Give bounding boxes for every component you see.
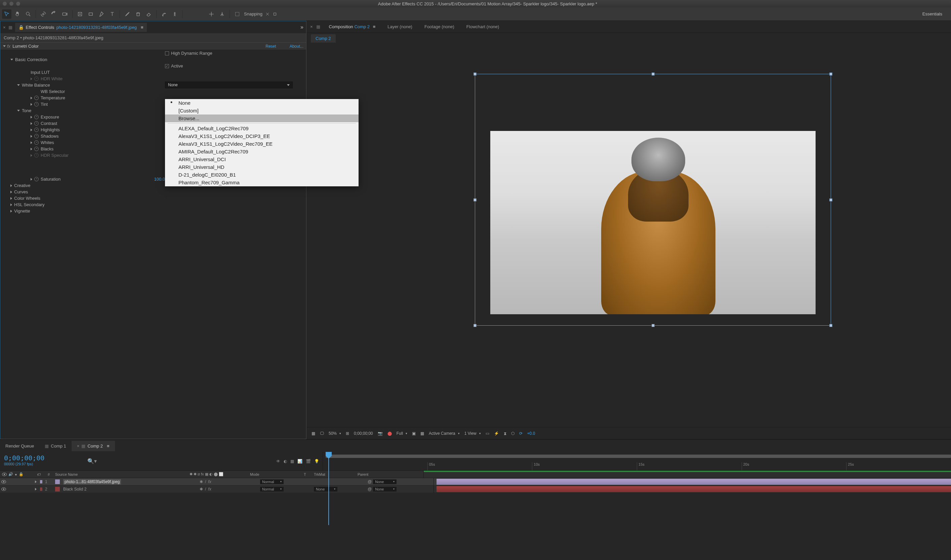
layer-tab[interactable]: Layer (none) — [381, 22, 418, 32]
world-axis-icon[interactable] — [218, 9, 227, 19]
curves-section[interactable]: Curves — [0, 189, 306, 195]
exposure-value[interactable]: +0.0 — [527, 431, 535, 436]
rotate-tool[interactable] — [49, 9, 59, 19]
view-layout-dropdown[interactable]: 1 View — [465, 431, 481, 436]
solo-column-icon[interactable]: ● — [15, 472, 17, 476]
resolution-icon[interactable]: ⊞ — [346, 431, 349, 436]
lock-icon[interactable]: 🔒 — [19, 25, 24, 30]
effect-about-link[interactable]: About... — [290, 44, 303, 49]
roto-brush-tool[interactable] — [159, 9, 169, 19]
layer-duration-bar[interactable] — [437, 479, 951, 485]
orbit-tool[interactable] — [39, 9, 48, 19]
roi-icon[interactable]: ▣ — [412, 431, 416, 436]
layer-row[interactable]: 1 photo-1...81-48f03fa45e9f.jpeg ✱/fx No… — [0, 478, 951, 485]
snapshot-icon[interactable]: 📷 — [378, 431, 383, 436]
parent-dropdown[interactable]: None — [373, 487, 397, 492]
parent-dropdown[interactable]: None — [373, 479, 397, 484]
rectangle-tool[interactable] — [86, 9, 96, 19]
layer-duration-bar[interactable] — [437, 486, 951, 492]
visibility-toggle[interactable] — [2, 480, 6, 483]
selection-tool[interactable] — [2, 9, 11, 19]
grid-icon[interactable]: ▦ — [312, 431, 315, 436]
comp2-tab[interactable]: ×▦Comp 2≡ — [72, 441, 115, 451]
time-ruler[interactable]: 05s 10s 15s 20s 25s — [323, 452, 951, 470]
puppet-pin-tool[interactable] — [170, 9, 179, 19]
flowchart-icon[interactable]: ⬡ — [511, 431, 514, 436]
eraser-tool[interactable] — [144, 9, 154, 19]
flowchart-tab[interactable]: Flowchart (none) — [460, 22, 505, 32]
panel-grip-icon[interactable]: ▦ — [8, 25, 12, 30]
trkmat-dropdown[interactable]: None — [314, 487, 337, 492]
comp-breadcrumb[interactable]: Comp 2 — [311, 34, 336, 43]
basic-correction-section[interactable]: Basic Correction — [0, 56, 306, 63]
clone-stamp-tool[interactable] — [133, 9, 143, 19]
lock-column-icon[interactable]: 🔒 — [19, 472, 23, 476]
camera-dropdown[interactable]: Active Camera — [429, 431, 460, 436]
color-wheels-section[interactable]: Color Wheels — [0, 195, 306, 202]
lut-preset-item[interactable]: AlexaV3_K1S1_LogC2Video_DCIP3_EE — [165, 132, 358, 140]
render-queue-tab[interactable]: Render Queue — [0, 441, 39, 451]
vignette-section[interactable]: Vignette — [0, 208, 306, 214]
wb-selector-row[interactable]: WB Selector — [0, 88, 306, 95]
close-panel-icon[interactable]: × — [307, 24, 316, 29]
pen-tool[interactable] — [97, 9, 106, 19]
local-axis-icon[interactable] — [207, 9, 216, 19]
lut-option-none[interactable]: None — [165, 99, 358, 107]
lut-preset-item[interactable]: AMIRA_Default_LogC2Rec709 — [165, 148, 358, 155]
input-lut-dropdown[interactable]: None — [165, 82, 293, 88]
motion-blur-icon[interactable]: ◐ — [284, 459, 287, 464]
blend-mode-dropdown[interactable]: Normal — [260, 487, 284, 492]
lut-preset-item[interactable]: ARRI_Universal_HD — [165, 163, 358, 171]
zoom-tool[interactable] — [23, 9, 33, 19]
trkmat-column[interactable]: TrkMat — [312, 472, 356, 476]
fast-previews-icon[interactable]: ⚡ — [494, 431, 499, 436]
channel-icon[interactable]: ⬤ — [388, 431, 392, 436]
lut-option-browse[interactable]: Browse... — [165, 114, 358, 122]
panel-grip-icon[interactable]: ▦ — [316, 24, 323, 29]
shy-icon[interactable]: 👁 — [276, 459, 280, 464]
timecode-display[interactable]: 0;00;00;00 — [354, 431, 373, 436]
lumetri-color-header[interactable]: fx Lumetri Color Reset About... — [0, 42, 306, 50]
lut-preset-item[interactable]: AlexaV3_K1S1_LogC2Video_Rec709_EE — [165, 140, 358, 148]
source-name-column[interactable]: Source Name — [54, 472, 188, 476]
hsl-secondary-section[interactable]: HSL Secondary — [0, 202, 306, 208]
active-checkbox[interactable]: ✓ — [165, 64, 169, 68]
workspace-selector[interactable]: Essentials — [922, 11, 949, 17]
pan-behind-tool[interactable] — [75, 9, 85, 19]
pixel-aspect-icon[interactable]: ▭ — [486, 431, 489, 436]
effect-controls-tab[interactable]: 🔒 Effect Controls photo-1421809313281-48… — [15, 23, 147, 32]
lut-preset-item[interactable]: ARRI_Universal_DCI — [165, 155, 358, 163]
pickwhip-icon[interactable]: @ — [367, 479, 372, 484]
reset-exposure-icon[interactable]: ⟳ — [519, 431, 523, 436]
comp1-tab[interactable]: ▦Comp 1 — [39, 441, 72, 451]
footage-tab[interactable]: Footage (none) — [418, 22, 460, 32]
transparency-grid-icon[interactable]: ▦ — [420, 431, 424, 436]
audio-column-icon[interactable]: 🔊 — [8, 472, 13, 476]
graph-editor-icon[interactable]: 📊 — [297, 459, 303, 464]
hand-tool[interactable] — [13, 9, 22, 19]
camera-tool[interactable] — [60, 9, 69, 19]
composition-tab[interactable]: Composition Comp 2 ≡ — [323, 22, 382, 32]
close-panel-icon[interactable]: × — [3, 25, 6, 30]
visibility-toggle[interactable] — [2, 488, 6, 491]
current-time[interactable]: 0;00;00;00 00000 (29.97 fps) — [0, 452, 87, 470]
brush-tool[interactable] — [123, 9, 132, 19]
traffic-lights[interactable] — [3, 2, 20, 6]
timeline-icon[interactable]: ⧗ — [504, 431, 506, 436]
frame-blend-icon[interactable]: ▦ — [290, 459, 294, 464]
layer-row[interactable]: 2 Black Solid 2 ✱/fx Normal None @None — [0, 485, 951, 493]
lut-preset-item[interactable]: Phantom_Rec709_Gamma — [165, 178, 358, 186]
composition-viewer[interactable] — [307, 44, 951, 427]
parent-column[interactable]: Parent — [356, 472, 423, 476]
zoom-dropdown[interactable]: 50% — [329, 431, 341, 436]
lut-preset-item[interactable]: D-21_delogC_EI0200_B1 — [165, 171, 358, 178]
panel-overflow-icon[interactable]: » — [300, 24, 303, 30]
pickwhip-icon[interactable]: @ — [367, 487, 372, 492]
brainstorm-icon[interactable]: 💡 — [314, 459, 319, 464]
snapping-toggle[interactable]: Snapping — [235, 11, 277, 17]
effect-reset-link[interactable]: Reset — [266, 44, 276, 49]
mode-column[interactable]: Mode — [249, 472, 303, 476]
type-tool[interactable] — [108, 9, 117, 19]
blend-mode-dropdown[interactable]: Normal — [260, 479, 284, 484]
timeline-search[interactable]: 🔍▾ — [87, 452, 108, 470]
